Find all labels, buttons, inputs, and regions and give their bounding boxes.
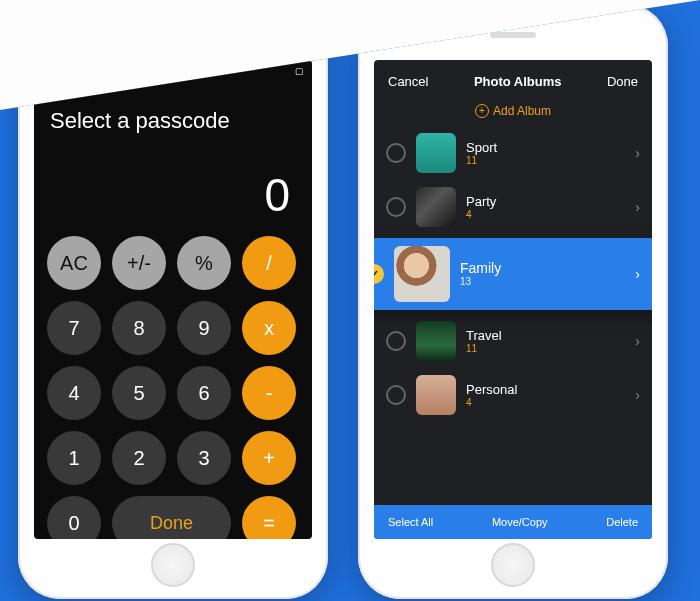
key-percent[interactable]: % <box>177 236 231 290</box>
select-radio[interactable] <box>386 385 406 405</box>
chevron-right-icon: › <box>635 387 640 403</box>
add-album-button[interactable]: + Add Album <box>374 96 652 126</box>
album-row-sport[interactable]: Sport11› <box>374 126 652 180</box>
key-equals[interactable]: = <box>242 496 296 539</box>
album-row-party[interactable]: Party4› <box>374 180 652 234</box>
select-radio[interactable] <box>374 264 384 284</box>
delete-button[interactable]: Delete <box>606 516 638 528</box>
key-4[interactable]: 4 <box>47 366 101 420</box>
chevron-right-icon: › <box>635 145 640 161</box>
passcode-title: Select a passcode <box>34 80 312 138</box>
album-list: Sport11›Party4›Family13›Travel11›Persona… <box>374 126 652 505</box>
albums-bottom-bar: Select All Move/Copy Delete <box>374 505 652 539</box>
album-meta: Family13 <box>460 261 635 288</box>
key-plusminus[interactable]: +/- <box>112 236 166 290</box>
status-carrier: Carrier ᯼ <box>42 66 81 76</box>
select-all-button[interactable]: Select All <box>388 516 433 528</box>
move-copy-button[interactable]: Move/Copy <box>492 516 548 528</box>
album-row-travel[interactable]: Travel11› <box>374 314 652 368</box>
phone-right: Cancel Photo Albums Done + Add Album Spo… <box>358 4 668 599</box>
key-done[interactable]: Done <box>112 496 231 539</box>
keypad: AC +/- % / 7 8 9 x 4 5 6 - 1 2 3 + 0 Don… <box>34 230 312 539</box>
passcode-display: 0 <box>34 138 312 230</box>
key-3[interactable]: 3 <box>177 431 231 485</box>
status-time: 10:29 AM <box>34 66 312 76</box>
album-meta: Personal4 <box>466 382 635 409</box>
key-6[interactable]: 6 <box>177 366 231 420</box>
calculator-screen: Carrier ᯼ 10:29 AM ▢ Select a passcode 0… <box>34 60 312 539</box>
nav-title: Photo Albums <box>474 74 562 89</box>
chevron-right-icon: › <box>635 199 640 215</box>
key-ac[interactable]: AC <box>47 236 101 290</box>
album-thumb <box>416 187 456 227</box>
albums-nav: Cancel Photo Albums Done <box>374 60 652 96</box>
album-row-personal[interactable]: Personal4› <box>374 368 652 422</box>
speaker <box>150 32 196 38</box>
speaker <box>490 32 536 38</box>
key-7[interactable]: 7 <box>47 301 101 355</box>
status-bar: Carrier ᯼ 10:29 AM ▢ <box>34 60 312 80</box>
home-button[interactable] <box>151 543 195 587</box>
add-album-label: Add Album <box>493 104 551 118</box>
album-name: Sport <box>466 140 635 155</box>
album-name: Personal <box>466 382 635 397</box>
albums-screen: Cancel Photo Albums Done + Add Album Spo… <box>374 60 652 539</box>
album-meta: Party4 <box>466 194 635 221</box>
album-count: 4 <box>466 397 635 409</box>
key-0[interactable]: 0 <box>47 496 101 539</box>
key-divide[interactable]: / <box>242 236 296 290</box>
album-count: 13 <box>460 276 635 288</box>
key-subtract[interactable]: - <box>242 366 296 420</box>
key-8[interactable]: 8 <box>112 301 166 355</box>
plus-icon: + <box>475 104 489 118</box>
home-button[interactable] <box>491 543 535 587</box>
key-add[interactable]: + <box>242 431 296 485</box>
nav-cancel[interactable]: Cancel <box>388 74 428 89</box>
album-count: 11 <box>466 343 635 355</box>
stage: Carrier ᯼ 10:29 AM ▢ Select a passcode 0… <box>0 0 700 601</box>
key-9[interactable]: 9 <box>177 301 231 355</box>
select-radio[interactable] <box>386 143 406 163</box>
album-row-family[interactable]: Family13› <box>374 238 652 310</box>
album-count: 11 <box>466 155 635 167</box>
select-radio[interactable] <box>386 331 406 351</box>
key-5[interactable]: 5 <box>112 366 166 420</box>
phone-left: Carrier ᯼ 10:29 AM ▢ Select a passcode 0… <box>18 4 328 599</box>
chevron-right-icon: › <box>635 333 640 349</box>
key-1[interactable]: 1 <box>47 431 101 485</box>
album-thumb <box>416 321 456 361</box>
album-count: 4 <box>466 209 635 221</box>
key-multiply[interactable]: x <box>242 301 296 355</box>
album-name: Party <box>466 194 635 209</box>
select-radio[interactable] <box>386 197 406 217</box>
album-meta: Sport11 <box>466 140 635 167</box>
album-name: Travel <box>466 328 635 343</box>
chevron-right-icon: › <box>635 266 640 282</box>
album-thumb <box>416 375 456 415</box>
nav-done[interactable]: Done <box>607 74 638 89</box>
album-meta: Travel11 <box>466 328 635 355</box>
key-2[interactable]: 2 <box>112 431 166 485</box>
album-name: Family <box>460 261 635 276</box>
album-thumb <box>416 133 456 173</box>
album-thumb <box>394 246 450 302</box>
